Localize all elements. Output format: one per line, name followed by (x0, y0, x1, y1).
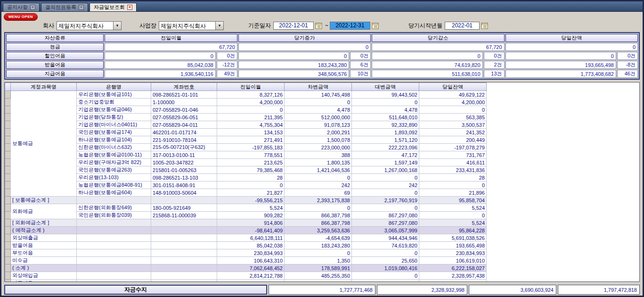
detail-row[interactable]: ( 소계 )7,062,648,452178,589,9911,019,080,… (5, 264, 487, 272)
amount-cell: 271,491 (217, 136, 285, 144)
row-selector[interactable] (5, 174, 11, 182)
detail-row[interactable]: 보통예금우리은행(보통예금101)098-286521-01-1018,327,… (5, 91, 487, 99)
detail-row[interactable]: 농협은행(보통예금8408-91)301-0151-8408-910242242… (5, 182, 487, 189)
amount-cell: 0 (238, 52, 349, 60)
amount-cell: 416,611 (419, 159, 487, 166)
detail-row[interactable]: 지급어음1,936,540,116511,638,010348,506,5761… (5, 280, 487, 282)
row-selector[interactable] (5, 106, 11, 114)
account-number-cell: 317-0013-0100-11 (151, 151, 217, 159)
summary-header-period-decrease: 당기감소 (372, 34, 504, 42)
detail-row[interactable]: [ 보통예금소계 ]-99,556,2152,393,175,8382,197,… (5, 197, 487, 204)
bank-name-cell: 우리은행(보통예금101) (77, 91, 151, 99)
row-selector[interactable] (5, 189, 11, 197)
row-selector[interactable] (5, 121, 11, 129)
count-cell: 49건 (217, 70, 237, 78)
row-selector[interactable] (5, 166, 11, 174)
detail-row[interactable]: 하나은행(보통예금104)221-910010-78104271,4911,50… (5, 136, 487, 144)
detail-row[interactable]: 우리은행(구매자금3억 822)1005-203-347822213,6251,… (5, 159, 487, 166)
detail-row[interactable]: 기업은행(당좌통장)027-055829-06-051211,395512,00… (5, 114, 487, 121)
detail-row[interactable]: 외상매출금6,640,128,111-4,654,639944,434,9465… (5, 234, 487, 242)
row-selector[interactable] (5, 280, 11, 282)
row-selector[interactable] (5, 144, 11, 151)
detail-row[interactable]: 미수금106,643,3101,35025,650106,619,010 (5, 257, 487, 264)
row-selector[interactable] (5, 227, 11, 234)
row-selector[interactable] (5, 136, 11, 144)
chevron-down-icon[interactable]: ▼ (215, 22, 223, 30)
row-selector[interactable] (5, 129, 11, 136)
account-name-cell: [ 외화예금소계 ] (11, 219, 77, 227)
row-selector[interactable] (5, 249, 11, 257)
detail-row[interactable]: 국민은행(외화통장039)215868-11-000039909,282866,… (5, 212, 487, 219)
row-selector[interactable] (5, 204, 11, 212)
date-from-input[interactable]: 2022-12-01 (273, 22, 314, 30)
detail-row[interactable]: 하나은행(보통예금604)148-910003-5060421,82769021… (5, 189, 487, 197)
amount-cell: 512,000,000 (285, 114, 352, 121)
detail-row[interactable]: 기업은행(보통예금046)027-055829-01-04604,4784,47… (5, 106, 487, 114)
amount-cell: 1,936,540,116 (105, 70, 215, 78)
calendar-icon[interactable] (481, 22, 488, 29)
close-icon[interactable]: × (127, 5, 132, 10)
row-selector[interactable] (5, 219, 11, 227)
row-selector[interactable] (5, 99, 11, 106)
detail-row[interactable]: [ 외화예금소계 ]914,806866,387,798867,297,0805… (5, 219, 487, 227)
row-selector[interactable] (5, 212, 11, 219)
bank-name-cell: 기업은행(보통예금046) (77, 106, 151, 114)
detail-row[interactable]: 국민은행(보통예금263)215801-01-00526379,385,4681… (5, 166, 487, 174)
amount-cell: 5,524 (419, 219, 487, 227)
bank-name-cell: 기업은행(당좌통장) (77, 114, 151, 121)
amount-cell: 67,720 (372, 43, 504, 51)
row-selector[interactable] (5, 257, 11, 264)
account-number-cell: 1-100000 (151, 99, 217, 106)
detail-row[interactable]: 외화예금신한은행(외화통장649)180-005-9216495,524005,… (5, 204, 487, 212)
detail-row[interactable]: 우리은행(13-103)098-286521-13-103280028 (5, 174, 487, 182)
amount-cell: 0 (419, 106, 487, 114)
amount-cell: -197,855,183 (217, 144, 285, 151)
row-selector[interactable] (5, 264, 11, 272)
amount-cell: 241,352 (419, 129, 487, 136)
row-selector[interactable] (5, 242, 11, 249)
account-number-cell: 098-286521-13-103 (151, 174, 217, 182)
row-selector[interactable] (5, 114, 11, 121)
site-select[interactable]: 제일저지주식회사 ▼ (159, 21, 224, 30)
chevron-down-icon[interactable]: ▼ (113, 22, 121, 30)
detail-row[interactable]: 중소기업중앙회1-1000004,200,000004,200,000 (5, 99, 487, 106)
amount-cell: 79,385,468 (217, 166, 285, 174)
detail-row[interactable]: 기업은행(마이너스04011)027-055829-04-0114,755,30… (5, 121, 487, 129)
detail-row[interactable]: 국민은행(보통예금174)462201-01-017174134,1532,00… (5, 129, 487, 136)
detail-row[interactable]: 받을어음85,042,038183,243,28074,619,820193,6… (5, 242, 487, 249)
close-icon[interactable]: × (30, 5, 35, 10)
tab-notice[interactable]: 공지사항 × (3, 3, 40, 11)
detail-row[interactable]: 외상매입금2,814,212,788485,255,35002,328,957,… (5, 272, 487, 280)
row-selector[interactable] (5, 151, 11, 159)
amount-cell: 134,153 (217, 129, 285, 136)
row-selector[interactable] (5, 182, 11, 189)
account-number-cell: 221-910010-78104 (151, 136, 217, 144)
date-to-input[interactable]: 2022-12-31 (330, 22, 370, 30)
site-label: 사업장 (139, 22, 156, 30)
calendar-icon[interactable] (315, 22, 322, 29)
company-select[interactable]: 제일저지주식회사 ▼ (57, 21, 122, 30)
account-name-cell: 미수금 (11, 257, 77, 264)
detail-row[interactable]: 부도어음230,834,99300230,834,993 (5, 249, 487, 257)
close-icon[interactable]: × (79, 5, 84, 10)
calendar-icon[interactable] (372, 22, 379, 29)
detail-row[interactable]: 농협은행(보통예금0100-11)317-0013-0100-11778,551… (5, 151, 487, 159)
row-selector[interactable] (5, 272, 11, 280)
tab-daily-funds-report[interactable]: 자금일보조회 × (90, 3, 137, 11)
row-selector[interactable] (5, 91, 11, 99)
amount-cell: -98,641,409 (217, 227, 285, 234)
amount-cell: 28 (217, 174, 285, 182)
amount-cell: 511,638,010 (285, 280, 352, 282)
tab-voucher-entry[interactable]: 결의전표등록 × (41, 3, 88, 11)
row-selector[interactable] (5, 197, 11, 204)
detail-row[interactable]: 신한은행(마이너스632)215-05-007210(구632)-197,855… (5, 144, 487, 151)
detail-row[interactable]: ( 예적금소계 )-98,641,4093,259,563,6363,065,0… (5, 227, 487, 234)
amount-cell: 7,062,648,452 (217, 264, 285, 272)
account-number-cell: 215-05-007210(구632) (151, 144, 217, 151)
account-number-cell: 180-005-921649 (151, 204, 217, 212)
row-selector[interactable] (5, 234, 11, 242)
amount-cell: 511,648,010 (352, 114, 419, 121)
amount-cell: 21,896 (419, 189, 487, 197)
period-start-input[interactable]: 2022-01 (445, 22, 480, 30)
row-selector[interactable] (5, 159, 11, 166)
